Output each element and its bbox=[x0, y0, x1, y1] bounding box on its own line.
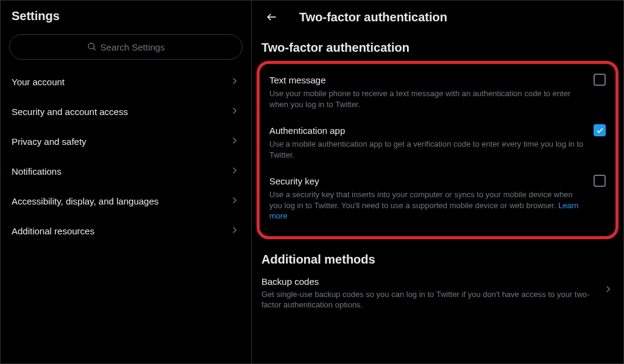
sidebar-item-your-account[interactable]: Your account bbox=[1, 67, 251, 97]
option-head: Security key bbox=[269, 175, 606, 187]
sidebar-item-notifications[interactable]: Notifications bbox=[1, 156, 251, 186]
option-title: Text message bbox=[269, 75, 326, 85]
option-desc: Use your mobile phone to receive a text … bbox=[269, 88, 606, 110]
search-placeholder: Search Settings bbox=[101, 42, 165, 52]
sidebar-item-additional-resources[interactable]: Additional resources bbox=[1, 216, 251, 246]
sidebar-item-accessibility[interactable]: Accessibility, display, and languages bbox=[1, 186, 251, 216]
option-security-key: Security key Use a security key that ins… bbox=[264, 169, 611, 230]
chevron-right-icon bbox=[229, 135, 240, 148]
backup-codes-title: Backup codes bbox=[261, 276, 603, 287]
arrow-left-icon bbox=[266, 11, 278, 23]
section-heading-2fa: Two-factor authentication bbox=[252, 33, 623, 58]
chevron-right-icon bbox=[229, 105, 240, 118]
sidebar-item-label: Additional resources bbox=[12, 226, 94, 236]
backup-codes-text: Backup codes Get single-use backup codes… bbox=[261, 276, 603, 310]
search-wrap: Search Settings bbox=[1, 30, 251, 67]
section-heading-additional: Additional methods bbox=[252, 245, 623, 270]
option-title: Security key bbox=[269, 176, 319, 186]
sidebar-item-label: Accessibility, display, and languages bbox=[12, 196, 158, 206]
chevron-right-icon bbox=[229, 195, 240, 208]
sidebar-item-security-access[interactable]: Security and account access bbox=[1, 97, 251, 127]
security-key-desc-text: Use a security key that inserts into you… bbox=[269, 190, 573, 210]
page-title: Two-factor authentication bbox=[299, 10, 447, 24]
sidebar-item-label: Your account bbox=[12, 77, 65, 87]
sidebar-item-label: Notifications bbox=[12, 166, 62, 177]
chevron-right-icon bbox=[603, 284, 614, 297]
search-input[interactable]: Search Settings bbox=[9, 34, 243, 60]
security-key-checkbox[interactable] bbox=[594, 175, 606, 187]
check-icon bbox=[595, 126, 604, 135]
sidebar-item-label: Security and account access bbox=[12, 107, 128, 117]
text-message-checkbox[interactable] bbox=[594, 74, 606, 86]
sidebar-title: Settings bbox=[1, 1, 251, 30]
chevron-right-icon bbox=[229, 75, 240, 88]
chevron-right-icon bbox=[229, 225, 240, 237]
option-title: Authentication app bbox=[269, 125, 345, 136]
settings-sidebar: Settings Search Settings Your account Se… bbox=[1, 1, 252, 363]
chevron-right-icon bbox=[229, 165, 240, 178]
auth-app-checkbox[interactable] bbox=[594, 124, 606, 136]
option-desc: Use a security key that inserts into you… bbox=[269, 189, 606, 222]
main-header: Two-factor authentication bbox=[252, 1, 623, 33]
main-panel: Two-factor authentication Two-factor aut… bbox=[252, 1, 623, 363]
two-factor-options-highlight: Text message Use your mobile phone to re… bbox=[257, 61, 619, 239]
option-desc: Use a mobile authentication app to get a… bbox=[269, 139, 606, 160]
option-head: Authentication app bbox=[269, 124, 606, 136]
search-icon bbox=[87, 42, 97, 52]
backup-codes-row[interactable]: Backup codes Get single-use backup codes… bbox=[252, 270, 623, 319]
option-text-message: Text message Use your mobile phone to re… bbox=[264, 68, 611, 118]
sidebar-item-label: Privacy and safety bbox=[12, 136, 87, 147]
option-head: Text message bbox=[269, 74, 606, 86]
sidebar-item-privacy-safety[interactable]: Privacy and safety bbox=[1, 127, 251, 156]
back-button[interactable] bbox=[261, 7, 282, 27]
backup-codes-desc: Get single-use backup codes so you can l… bbox=[261, 289, 603, 310]
option-auth-app: Authentication app Use a mobile authenti… bbox=[264, 118, 611, 169]
